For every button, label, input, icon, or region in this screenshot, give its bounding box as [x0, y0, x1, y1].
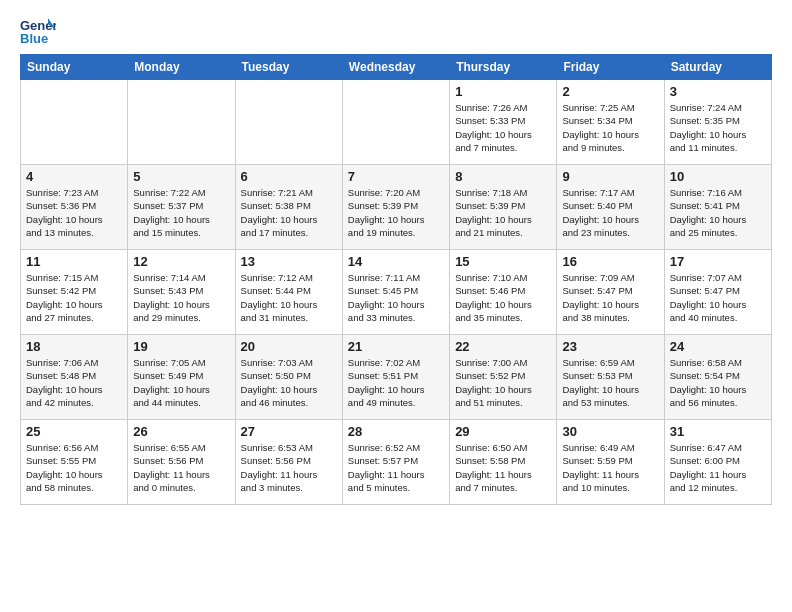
week-row-4: 18Sunrise: 7:06 AMSunset: 5:48 PMDayligh… — [21, 335, 772, 420]
day-number: 20 — [241, 339, 337, 354]
weekday-header-saturday: Saturday — [664, 55, 771, 80]
day-number: 1 — [455, 84, 551, 99]
calendar-cell: 1Sunrise: 7:26 AMSunset: 5:33 PMDaylight… — [450, 80, 557, 165]
calendar-cell: 8Sunrise: 7:18 AMSunset: 5:39 PMDaylight… — [450, 165, 557, 250]
day-number: 30 — [562, 424, 658, 439]
calendar-cell: 19Sunrise: 7:05 AMSunset: 5:49 PMDayligh… — [128, 335, 235, 420]
day-number: 19 — [133, 339, 229, 354]
day-number: 3 — [670, 84, 766, 99]
calendar-cell: 28Sunrise: 6:52 AMSunset: 5:57 PMDayligh… — [342, 420, 449, 505]
calendar-cell: 3Sunrise: 7:24 AMSunset: 5:35 PMDaylight… — [664, 80, 771, 165]
day-number: 17 — [670, 254, 766, 269]
calendar-cell: 11Sunrise: 7:15 AMSunset: 5:42 PMDayligh… — [21, 250, 128, 335]
calendar-cell: 15Sunrise: 7:10 AMSunset: 5:46 PMDayligh… — [450, 250, 557, 335]
day-info: Sunrise: 7:24 AMSunset: 5:35 PMDaylight:… — [670, 101, 766, 154]
calendar-cell — [342, 80, 449, 165]
day-info: Sunrise: 7:22 AMSunset: 5:37 PMDaylight:… — [133, 186, 229, 239]
day-info: Sunrise: 7:23 AMSunset: 5:36 PMDaylight:… — [26, 186, 122, 239]
day-number: 27 — [241, 424, 337, 439]
weekday-header-wednesday: Wednesday — [342, 55, 449, 80]
calendar-cell: 18Sunrise: 7:06 AMSunset: 5:48 PMDayligh… — [21, 335, 128, 420]
week-row-5: 25Sunrise: 6:56 AMSunset: 5:55 PMDayligh… — [21, 420, 772, 505]
week-row-1: 1Sunrise: 7:26 AMSunset: 5:33 PMDaylight… — [21, 80, 772, 165]
calendar-cell: 23Sunrise: 6:59 AMSunset: 5:53 PMDayligh… — [557, 335, 664, 420]
weekday-header-tuesday: Tuesday — [235, 55, 342, 80]
svg-text:Blue: Blue — [20, 31, 48, 46]
calendar-cell: 7Sunrise: 7:20 AMSunset: 5:39 PMDaylight… — [342, 165, 449, 250]
day-number: 29 — [455, 424, 551, 439]
day-info: Sunrise: 7:03 AMSunset: 5:50 PMDaylight:… — [241, 356, 337, 409]
day-info: Sunrise: 7:21 AMSunset: 5:38 PMDaylight:… — [241, 186, 337, 239]
day-number: 11 — [26, 254, 122, 269]
day-info: Sunrise: 7:12 AMSunset: 5:44 PMDaylight:… — [241, 271, 337, 324]
weekday-header-monday: Monday — [128, 55, 235, 80]
day-number: 7 — [348, 169, 444, 184]
day-number: 15 — [455, 254, 551, 269]
calendar-cell: 4Sunrise: 7:23 AMSunset: 5:36 PMDaylight… — [21, 165, 128, 250]
day-info: Sunrise: 7:05 AMSunset: 5:49 PMDaylight:… — [133, 356, 229, 409]
day-number: 12 — [133, 254, 229, 269]
calendar-cell: 30Sunrise: 6:49 AMSunset: 5:59 PMDayligh… — [557, 420, 664, 505]
day-number: 10 — [670, 169, 766, 184]
day-number: 6 — [241, 169, 337, 184]
day-info: Sunrise: 7:10 AMSunset: 5:46 PMDaylight:… — [455, 271, 551, 324]
calendar-cell: 12Sunrise: 7:14 AMSunset: 5:43 PMDayligh… — [128, 250, 235, 335]
day-number: 28 — [348, 424, 444, 439]
day-info: Sunrise: 7:07 AMSunset: 5:47 PMDaylight:… — [670, 271, 766, 324]
calendar-cell: 5Sunrise: 7:22 AMSunset: 5:37 PMDaylight… — [128, 165, 235, 250]
calendar-cell: 9Sunrise: 7:17 AMSunset: 5:40 PMDaylight… — [557, 165, 664, 250]
calendar-cell — [235, 80, 342, 165]
day-number: 26 — [133, 424, 229, 439]
day-info: Sunrise: 6:55 AMSunset: 5:56 PMDaylight:… — [133, 441, 229, 494]
day-number: 16 — [562, 254, 658, 269]
day-info: Sunrise: 7:11 AMSunset: 5:45 PMDaylight:… — [348, 271, 444, 324]
page-header: General Blue — [20, 16, 772, 46]
week-row-3: 11Sunrise: 7:15 AMSunset: 5:42 PMDayligh… — [21, 250, 772, 335]
day-info: Sunrise: 7:06 AMSunset: 5:48 PMDaylight:… — [26, 356, 122, 409]
calendar-cell: 31Sunrise: 6:47 AMSunset: 6:00 PMDayligh… — [664, 420, 771, 505]
day-number: 8 — [455, 169, 551, 184]
day-info: Sunrise: 6:53 AMSunset: 5:56 PMDaylight:… — [241, 441, 337, 494]
calendar-cell: 14Sunrise: 7:11 AMSunset: 5:45 PMDayligh… — [342, 250, 449, 335]
weekday-header-friday: Friday — [557, 55, 664, 80]
day-info: Sunrise: 7:26 AMSunset: 5:33 PMDaylight:… — [455, 101, 551, 154]
day-info: Sunrise: 6:49 AMSunset: 5:59 PMDaylight:… — [562, 441, 658, 494]
day-info: Sunrise: 7:09 AMSunset: 5:47 PMDaylight:… — [562, 271, 658, 324]
calendar-cell: 13Sunrise: 7:12 AMSunset: 5:44 PMDayligh… — [235, 250, 342, 335]
day-info: Sunrise: 6:58 AMSunset: 5:54 PMDaylight:… — [670, 356, 766, 409]
day-number: 22 — [455, 339, 551, 354]
day-info: Sunrise: 6:56 AMSunset: 5:55 PMDaylight:… — [26, 441, 122, 494]
week-row-2: 4Sunrise: 7:23 AMSunset: 5:36 PMDaylight… — [21, 165, 772, 250]
day-number: 24 — [670, 339, 766, 354]
day-number: 18 — [26, 339, 122, 354]
calendar-cell — [21, 80, 128, 165]
day-info: Sunrise: 6:52 AMSunset: 5:57 PMDaylight:… — [348, 441, 444, 494]
day-info: Sunrise: 7:18 AMSunset: 5:39 PMDaylight:… — [455, 186, 551, 239]
day-info: Sunrise: 7:25 AMSunset: 5:34 PMDaylight:… — [562, 101, 658, 154]
day-info: Sunrise: 7:02 AMSunset: 5:51 PMDaylight:… — [348, 356, 444, 409]
day-number: 13 — [241, 254, 337, 269]
day-number: 9 — [562, 169, 658, 184]
logo-icon: General Blue — [20, 16, 56, 46]
day-info: Sunrise: 6:50 AMSunset: 5:58 PMDaylight:… — [455, 441, 551, 494]
calendar-cell: 17Sunrise: 7:07 AMSunset: 5:47 PMDayligh… — [664, 250, 771, 335]
calendar-cell: 10Sunrise: 7:16 AMSunset: 5:41 PMDayligh… — [664, 165, 771, 250]
day-info: Sunrise: 7:20 AMSunset: 5:39 PMDaylight:… — [348, 186, 444, 239]
calendar-cell: 20Sunrise: 7:03 AMSunset: 5:50 PMDayligh… — [235, 335, 342, 420]
calendar-cell: 16Sunrise: 7:09 AMSunset: 5:47 PMDayligh… — [557, 250, 664, 335]
calendar-cell: 21Sunrise: 7:02 AMSunset: 5:51 PMDayligh… — [342, 335, 449, 420]
day-number: 21 — [348, 339, 444, 354]
day-number: 5 — [133, 169, 229, 184]
calendar-cell — [128, 80, 235, 165]
calendar-cell: 24Sunrise: 6:58 AMSunset: 5:54 PMDayligh… — [664, 335, 771, 420]
weekday-header-thursday: Thursday — [450, 55, 557, 80]
logo: General Blue — [20, 16, 60, 46]
day-info: Sunrise: 7:15 AMSunset: 5:42 PMDaylight:… — [26, 271, 122, 324]
calendar-cell: 6Sunrise: 7:21 AMSunset: 5:38 PMDaylight… — [235, 165, 342, 250]
day-number: 4 — [26, 169, 122, 184]
day-number: 31 — [670, 424, 766, 439]
day-info: Sunrise: 7:17 AMSunset: 5:40 PMDaylight:… — [562, 186, 658, 239]
calendar-cell: 26Sunrise: 6:55 AMSunset: 5:56 PMDayligh… — [128, 420, 235, 505]
weekday-header-sunday: Sunday — [21, 55, 128, 80]
day-number: 23 — [562, 339, 658, 354]
